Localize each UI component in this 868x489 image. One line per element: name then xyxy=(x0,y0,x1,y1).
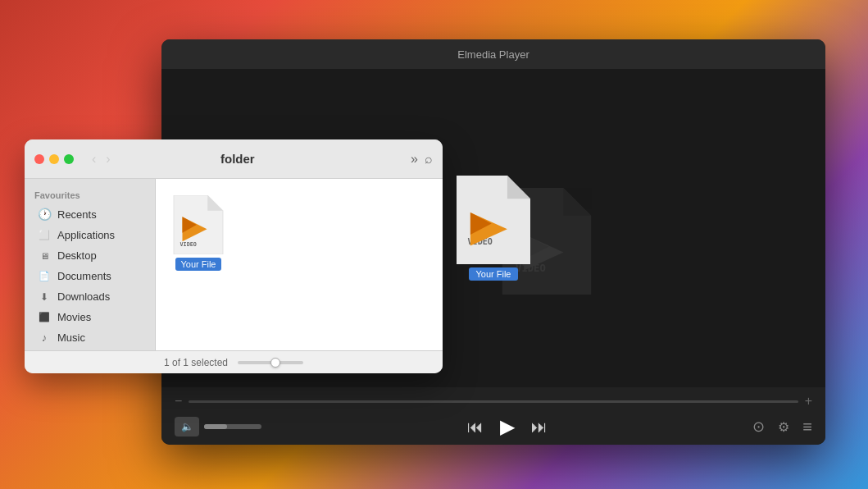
player-title: Elmedia Player xyxy=(457,48,529,61)
file-grid: VIDEO Your File xyxy=(169,192,429,337)
progress-bar-container: − + xyxy=(175,394,812,409)
folder-title: folder xyxy=(73,152,402,166)
finder-body: Favourites 🕐 Recents ⬜ Applications 🖥 De… xyxy=(25,179,443,350)
volume-icon: 🔈 xyxy=(181,421,193,432)
play-button[interactable]: ▶ xyxy=(500,415,515,438)
finder-sidebar: Favourites 🕐 Recents ⬜ Applications 🖥 De… xyxy=(25,179,156,350)
sidebar-label-desktop: Desktop xyxy=(57,249,97,262)
finder-titlebar: ‹ › folder » ⌕ xyxy=(25,139,443,179)
favourites-label: Favourites xyxy=(25,187,155,203)
player-titlebar: Elmedia Player xyxy=(161,39,825,69)
status-text: 1 of 1 selected xyxy=(164,357,228,368)
prev-button[interactable]: ⏮ xyxy=(467,418,484,436)
slider-thumb xyxy=(270,358,280,368)
sidebar-item-documents[interactable]: 📄 Documents xyxy=(28,266,152,286)
finder-files-area: VIDEO Your File xyxy=(156,179,443,350)
sidebar-item-desktop[interactable]: 🖥 Desktop xyxy=(28,245,152,266)
sidebar-item-recents[interactable]: 🕐 Recents xyxy=(28,203,152,225)
icon-size-slider[interactable] xyxy=(238,361,303,364)
file-icon-main: VIDEO Your File xyxy=(457,176,530,281)
close-button[interactable] xyxy=(34,154,44,164)
music-icon: ♪ xyxy=(38,331,51,344)
volume-button[interactable]: 🔈 xyxy=(175,417,199,436)
applications-icon: ⬜ xyxy=(38,230,51,240)
sidebar-label-recents: Recents xyxy=(57,208,97,221)
view-options-button[interactable]: » xyxy=(411,152,418,167)
progress-track[interactable] xyxy=(189,400,798,403)
search-button[interactable]: ⌕ xyxy=(425,152,433,167)
player-controls-area: − + 🔈 ⏮ ▶ ⏭ ⊙ ⚙ ≡ xyxy=(161,387,825,445)
sidebar-label-documents: Documents xyxy=(57,270,111,282)
volume-slider[interactable] xyxy=(204,424,261,429)
progress-minus-icon[interactable]: − xyxy=(175,394,182,409)
recents-icon: 🕐 xyxy=(38,208,51,221)
downloads-icon: ⬇ xyxy=(38,291,51,303)
settings-button[interactable]: ⚙ xyxy=(778,419,789,435)
player-file-display: VIDEO VIDEO Your File xyxy=(457,176,530,281)
volume-control: 🔈 xyxy=(175,417,261,436)
controls-row: 🔈 ⏮ ▶ ⏭ ⊙ ⚙ ≡ xyxy=(175,415,812,438)
sidebar-label-applications: Applications xyxy=(57,229,115,241)
finder-statusbar: 1 of 1 selected xyxy=(25,350,443,373)
playlist-button[interactable]: ≡ xyxy=(802,418,812,436)
right-controls: ⊙ ⚙ ≡ xyxy=(752,418,812,436)
minimize-button[interactable] xyxy=(49,154,59,164)
file-item[interactable]: VIDEO Your File xyxy=(169,192,228,337)
sidebar-item-music[interactable]: ♪ Music xyxy=(28,327,152,348)
finder-window: ‹ › folder » ⌕ Favourites 🕐 Recents ⬜ Ap… xyxy=(25,139,443,373)
svg-text:VIDEO: VIDEO xyxy=(180,241,197,248)
traffic-lights xyxy=(34,154,74,164)
airplay-button[interactable]: ⊙ xyxy=(752,418,765,436)
sidebar-item-movies[interactable]: ⬛ Movies xyxy=(28,307,152,327)
progress-plus-icon[interactable]: + xyxy=(805,394,812,409)
sidebar-label-downloads: Downloads xyxy=(57,290,110,303)
file-name-badge: Your File xyxy=(175,258,220,271)
file-icon-svg: VIDEO xyxy=(457,176,530,264)
sidebar-item-applications[interactable]: ⬜ Applications xyxy=(28,225,152,245)
movies-icon: ⬛ xyxy=(38,312,51,322)
svg-marker-1 xyxy=(563,188,591,216)
documents-icon: 📄 xyxy=(38,271,51,281)
sidebar-label-movies: Movies xyxy=(57,311,91,323)
next-button[interactable]: ⏭ xyxy=(531,418,548,436)
finder-nav-right: » ⌕ xyxy=(411,152,433,167)
svg-marker-6 xyxy=(507,176,530,199)
player-file-label: Your File xyxy=(469,267,517,281)
svg-marker-11 xyxy=(207,195,223,211)
sidebar-label-music: Music xyxy=(57,331,85,344)
file-icon-finder: VIDEO xyxy=(172,195,225,254)
playback-controls: ⏮ ▶ ⏭ xyxy=(467,415,548,438)
sidebar-item-downloads[interactable]: ⬇ Downloads xyxy=(28,286,152,307)
slider-track xyxy=(238,361,303,364)
desktop-icon: 🖥 xyxy=(38,251,51,261)
